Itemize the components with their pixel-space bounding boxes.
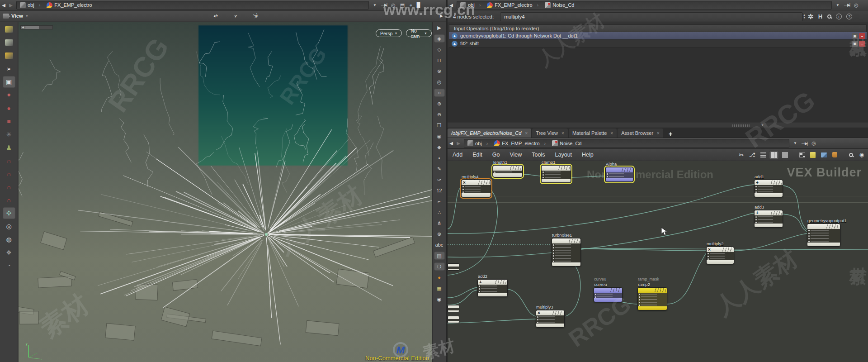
breadcrumb-item-Noise_Cd[interactable]: Noise_Cd: [542, 2, 577, 8]
background-image-icon[interactable]: [819, 151, 828, 159]
info-icon[interactable]: i: [836, 14, 842, 19]
back-icon[interactable]: ◀: [0, 3, 7, 8]
frame-view-icon[interactable]: ⊖: [434, 110, 445, 119]
vop-node-add3[interactable]: add3+: [754, 210, 783, 228]
tab-close-icon[interactable]: ×: [657, 131, 660, 136]
net-path-dropdown-icon[interactable]: ▼: [836, 3, 840, 7]
pane-grip-strip[interactable]: ▼: [448, 123, 868, 128]
orange-ball-icon[interactable]: ●: [434, 273, 445, 281]
menu-help[interactable]: Help: [577, 152, 599, 158]
grid-view-2-icon[interactable]: [780, 151, 789, 159]
view-tab[interactable]: View ▼: [0, 13, 28, 19]
menu-go[interactable]: Go: [487, 152, 505, 158]
net2-pin-icon[interactable]: —▶|: [802, 141, 807, 146]
grid-view-icon[interactable]: [769, 151, 778, 159]
menu-layout[interactable]: Layout: [550, 152, 577, 158]
lock-icon[interactable]: ▣: [3, 76, 15, 88]
sphere-tool-icon[interactable]: ●: [3, 102, 15, 114]
tab-material-palette[interactable]: Material Palette×: [569, 129, 617, 138]
persp-button[interactable]: Persp ▼: [376, 29, 402, 37]
search-icon[interactable]: [827, 14, 831, 19]
no-cam-button[interactable]: No cam ▼: [406, 29, 432, 37]
breadcrumb-item-Noise_Cd[interactable]: Noise_Cd: [549, 140, 585, 146]
image-plane-icon[interactable]: ▤: [434, 252, 445, 260]
partial-node-fragment[interactable]: [448, 263, 459, 271]
menu-edit[interactable]: Edit: [467, 152, 487, 158]
header-corner-arrow-icon[interactable]: ▶: [440, 14, 443, 18]
breadcrumb-item-FX_EMP_electro[interactable]: FX_EMP_electro›: [491, 140, 549, 146]
vop-node-clamp1[interactable]: clamp1: [541, 165, 571, 183]
scatter-tool-icon[interactable]: ✳: [3, 129, 15, 140]
row-remove-button[interactable]: –: [859, 33, 865, 39]
net-radial-menu-icon[interactable]: ◎: [854, 2, 859, 8]
vop-node-geometryvopoutput1[interactable]: geometryvopoutput1: [807, 224, 840, 247]
vop-node-multiply3[interactable]: multiply3×: [536, 310, 565, 328]
camera-pivot-icon[interactable]: ⊕: [434, 100, 445, 108]
menu-view[interactable]: View: [505, 152, 527, 158]
dot-icon[interactable]: •: [434, 154, 445, 162]
vop-node-add1[interactable]: add1+: [754, 180, 783, 197]
tab-asset-browser[interactable]: Asset Browser×: [618, 129, 663, 138]
ghost-objects-icon[interactable]: ◎: [434, 78, 445, 86]
vop-node-turbnoise1[interactable]: turbnoise1: [552, 238, 581, 267]
tumble-tool-icon[interactable]: ↭: [212, 12, 219, 20]
eye-tool-icon[interactable]: ◔: [3, 260, 15, 272]
material-ball-icon[interactable]: ◕: [409, 2, 412, 8]
vop-node-Alpha[interactable]: Alpha: [605, 167, 633, 182]
help-icon[interactable]: ?: [846, 14, 852, 19]
fan-small-icon[interactable]: ⋔: [434, 219, 445, 227]
sticky-note-icon[interactable]: [808, 151, 817, 159]
net2-back-icon[interactable]: ◀: [448, 141, 455, 146]
points-icon[interactable]: ∴: [434, 208, 445, 216]
menu-tools[interactable]: Tools: [527, 152, 550, 158]
snapshot-cube-icon[interactable]: ⬒: [400, 2, 405, 8]
net2-dropdown-icon[interactable]: ▼: [793, 141, 797, 145]
pin-icon[interactable]: —▶|: [381, 3, 387, 7]
circle-tool-icon[interactable]: ◎: [3, 220, 15, 232]
magnet-2-icon[interactable]: ∩: [3, 181, 15, 193]
cut-wires-icon[interactable]: ✂: [737, 151, 746, 159]
node-name-field[interactable]: multiply4: [500, 12, 803, 21]
vop-node-curveu[interactable]: curveucurveu: [594, 287, 623, 302]
path-dropdown-icon[interactable]: ▼: [373, 3, 377, 7]
tree-view-icon[interactable]: ⎇: [748, 151, 757, 159]
network-editor[interactable]: Non-Commercial Edition VEX Builder lengt…: [448, 161, 868, 362]
network-camera-icon[interactable]: ◉: [857, 151, 866, 159]
row-node-icon[interactable]: ▣: [852, 41, 858, 47]
viewport-scrollbar[interactable]: ◀: [20, 25, 53, 29]
node-shape-icon[interactable]: [797, 151, 807, 159]
pin-view-icon[interactable]: ✑: [434, 176, 445, 184]
promote-arrow-icon[interactable]: ▲: [452, 33, 458, 39]
partial-node-fragment[interactable]: [448, 316, 459, 323]
network-breadcrumb-2[interactable]: obj›FX_EMP_electro›Noise_Cd: [464, 139, 789, 148]
cube-tool-icon[interactable]: ■: [3, 115, 15, 127]
network-breadcrumb[interactable]: obj›FX_EMP_electro›Noise_Cd: [457, 1, 832, 10]
select-tool-icon[interactable]: ➢: [232, 12, 239, 19]
list-view-icon[interactable]: [759, 151, 768, 159]
row-node-icon[interactable]: ▣: [852, 33, 858, 39]
net2-forward-icon[interactable]: ▶: [455, 141, 462, 146]
vop-node-add2[interactable]: add2+: [477, 279, 508, 297]
select-visible-icon[interactable]: ◆: [434, 143, 445, 151]
network-search-icon[interactable]: [846, 151, 855, 159]
abc-text-icon[interactable]: abc: [434, 241, 445, 249]
menu-add[interactable]: Add: [448, 152, 467, 158]
strip-caret-icon[interactable]: ▼: [761, 124, 764, 127]
select-arrow-icon[interactable]: ➢: [3, 63, 15, 75]
shade-mode-icon[interactable]: ◇: [434, 45, 445, 53]
net-pin-icon[interactable]: —▶|: [844, 3, 849, 7]
viewport[interactable]: ◀ Persp ▼ No cam ▼ y M Non-Com: [19, 22, 432, 362]
new-tab-button[interactable]: +: [664, 130, 677, 138]
eye-small-icon[interactable]: ◉: [434, 295, 445, 303]
disc-tool-icon[interactable]: ◍: [3, 233, 15, 245]
tab-tree-view[interactable]: Tree View×: [532, 129, 568, 138]
magnet-square-icon[interactable]: ∩: [3, 155, 15, 167]
color-palette-icon[interactable]: [830, 151, 839, 159]
frame12-icon[interactable]: 12: [434, 186, 445, 195]
blank-frame-icon[interactable]: ▉: [417, 2, 420, 8]
tab-close-icon[interactable]: ×: [610, 131, 613, 136]
net2-radial-menu-icon[interactable]: ◎: [811, 140, 816, 146]
brush-icon[interactable]: ✎: [434, 165, 445, 173]
hide-objects-icon[interactable]: ⊗: [434, 67, 445, 75]
tab-close-icon[interactable]: ×: [525, 131, 528, 136]
